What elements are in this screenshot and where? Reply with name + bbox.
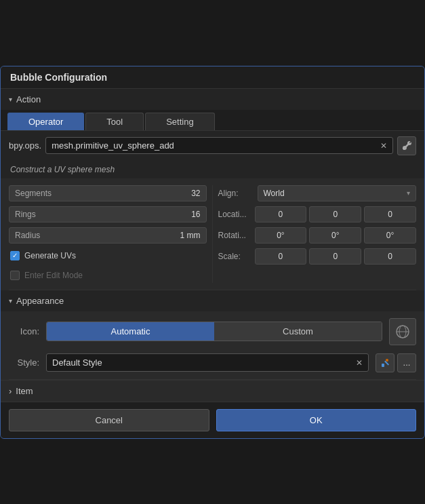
rotation-label: Rotati... — [218, 231, 252, 240]
icon-automatic-btn[interactable]: Automatic — [47, 322, 214, 341]
cancel-button[interactable]: Cancel — [9, 409, 209, 431]
scale-x[interactable]: 0 — [255, 248, 307, 265]
align-row: Align: World ▾ — [218, 185, 417, 201]
style-row: Style: Default Style ✕ ... — [9, 353, 416, 372]
enter-edit-mode-label: Enter Edit Mode — [24, 271, 83, 280]
location-row: Locati... 0 0 0 — [218, 206, 417, 222]
style-paint-button[interactable] — [376, 353, 394, 372]
tab-tool[interactable]: Tool — [85, 113, 144, 130]
scale-label: Scale: — [218, 252, 252, 261]
segments-label: Segments — [15, 189, 52, 198]
location-x[interactable]: 0 — [255, 206, 307, 222]
item-arrow: › — [9, 386, 12, 396]
generate-uvs-row: ✓ Generate UVs — [9, 248, 207, 263]
radius-field[interactable]: Radius 1 mm — [9, 227, 207, 244]
appearance-section-header[interactable]: ▾ Appearance — [1, 290, 424, 311]
svg-point-6 — [386, 359, 388, 362]
action-arrow: ▾ — [9, 96, 12, 103]
rotation-y[interactable]: 0° — [309, 227, 361, 244]
icon-custom-btn[interactable]: Custom — [214, 322, 382, 341]
item-label: Item — [16, 386, 33, 396]
style-value: Default Style — [52, 357, 102, 368]
tab-setting[interactable]: Setting — [145, 113, 214, 130]
scale-row: Scale: 0 0 0 — [218, 248, 417, 265]
operator-wrench-button[interactable] — [397, 136, 416, 155]
operator-row: bpy.ops. mesh.primitive_uv_sphere_add ✕ — [1, 131, 424, 161]
item-section: › Item — [1, 380, 424, 402]
operator-clear-icon[interactable]: ✕ — [380, 141, 387, 151]
rings-label: Rings — [15, 210, 36, 219]
rotation-z[interactable]: 0° — [364, 227, 416, 244]
segments-field[interactable]: Segments 32 — [9, 185, 207, 201]
appearance-content: Icon: Automatic Custom Style: Default St… — [1, 311, 424, 379]
radius-value: 1 mm — [180, 231, 201, 240]
location-y[interactable]: 0 — [309, 206, 361, 222]
operator-prefix: bpy.ops. — [9, 140, 41, 151]
icon-preview-button[interactable] — [389, 318, 416, 345]
params-grid: Segments 32 Rings 16 Radius 1 mm ✓ Gener… — [1, 178, 424, 290]
radius-label: Radius — [15, 231, 40, 240]
params-left: Segments 32 Rings 16 Radius 1 mm ✓ Gener… — [9, 185, 213, 283]
rotation-row: Rotati... 0° 0° 0° — [218, 227, 417, 244]
style-field-label: Style: — [9, 357, 39, 368]
enter-edit-mode-checkbox[interactable] — [10, 271, 20, 280]
appearance-arrow: ▾ — [9, 297, 12, 305]
dialog-title: Bubble Configuration — [1, 66, 424, 89]
segments-value: 32 — [191, 189, 200, 198]
style-input[interactable]: Default Style ✕ — [46, 353, 369, 372]
item-section-header[interactable]: › Item — [9, 386, 416, 396]
footer: Cancel OK — [1, 402, 424, 438]
rotation-x[interactable]: 0° — [255, 227, 307, 244]
tab-operator[interactable]: Operator — [7, 113, 84, 130]
generate-uvs-checkbox[interactable]: ✓ — [10, 251, 20, 260]
operator-input[interactable]: mesh.primitive_uv_sphere_add ✕ — [45, 137, 393, 154]
icon-toggle: Automatic Custom — [46, 322, 382, 341]
rings-field[interactable]: Rings 16 — [9, 206, 207, 222]
align-arrow-icon: ▾ — [407, 189, 410, 197]
style-more-button[interactable]: ... — [397, 353, 416, 372]
style-more-icon: ... — [403, 357, 411, 368]
appearance-label: Appearance — [16, 296, 64, 306]
action-label: Action — [16, 94, 41, 104]
action-section-header[interactable]: ▾ Action — [1, 89, 424, 110]
scale-y[interactable]: 0 — [309, 248, 361, 265]
rings-value: 16 — [191, 210, 200, 219]
params-right: Align: World ▾ Locati... 0 0 0 Rotati...… — [213, 185, 417, 283]
tabs-bar: Operator Tool Setting — [1, 110, 424, 131]
enter-edit-mode-row: Enter Edit Mode — [9, 268, 207, 283]
style-clear-icon[interactable]: ✕ — [356, 358, 363, 368]
operator-input-value: mesh.primitive_uv_sphere_add — [52, 140, 174, 151]
style-actions: ... — [376, 353, 416, 372]
ok-button[interactable]: OK — [216, 409, 417, 431]
bubble-config-dialog: Bubble Configuration ▾ Action Operator T… — [0, 66, 425, 439]
align-value: World — [264, 189, 285, 198]
check-icon: ✓ — [12, 252, 18, 259]
scale-z[interactable]: 0 — [364, 248, 416, 265]
icon-row: Icon: Automatic Custom — [9, 318, 416, 345]
align-dropdown[interactable]: World ▾ — [258, 185, 417, 201]
icon-field-label: Icon: — [9, 326, 39, 336]
align-label: Align: — [218, 189, 252, 198]
generate-uvs-label: Generate UVs — [24, 251, 76, 260]
location-label: Locati... — [218, 210, 252, 219]
svg-rect-4 — [382, 364, 384, 367]
location-z[interactable]: 0 — [364, 206, 416, 222]
operator-description: Construct a UV sphere mesh — [1, 161, 424, 178]
